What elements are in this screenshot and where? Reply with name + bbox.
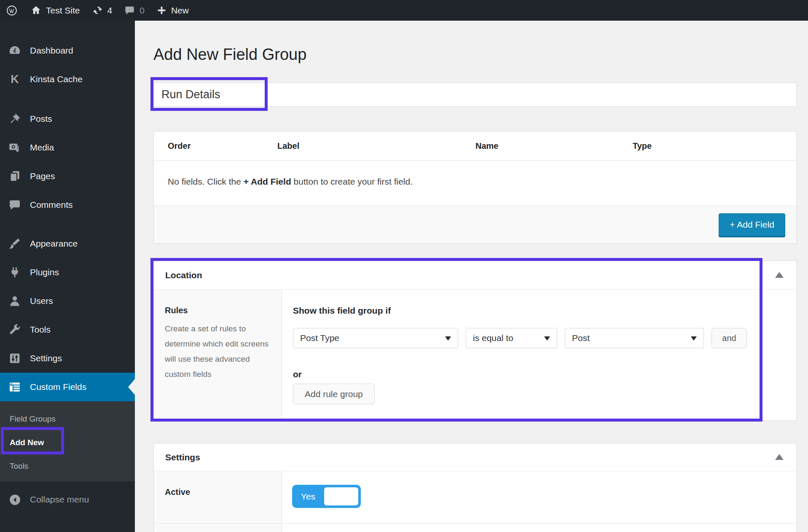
admin-bar: Test Site 4 0 New — [0, 0, 808, 21]
fields-table-header: Order Label Name Type — [154, 132, 796, 161]
rule-row: Post Type is equal to Post and — [293, 328, 796, 348]
settings-next-row — [154, 523, 796, 532]
location-body: Rules Create a set of rules to determine… — [154, 290, 796, 420]
sidebar-item-label: Posts — [30, 114, 52, 124]
paintbrush-icon — [7, 236, 22, 251]
sidebar-item-label: Comments — [30, 200, 73, 210]
submenu-item-tools[interactable]: Tools — [0, 454, 135, 478]
active-label-column: Active — [154, 471, 282, 523]
plus-icon — [156, 5, 167, 16]
field-group-title-input[interactable] — [153, 83, 797, 107]
column-header-type: Type — [633, 141, 796, 151]
page-title: Add New Field Group — [153, 44, 797, 64]
settings-next-row-label-column — [154, 524, 282, 532]
column-header-name: Name — [475, 141, 633, 151]
custom-fields-table-icon — [7, 379, 22, 395]
settings-next-row-content — [282, 524, 796, 532]
rule-value-value: Post — [572, 333, 590, 343]
updates-icon — [92, 5, 103, 16]
main-content: Add New Field Group Order Label Name Typ… — [135, 21, 808, 532]
settings-metabox: Settings Active Yes — [153, 443, 797, 532]
and-button[interactable]: and — [711, 328, 747, 348]
plug-icon — [7, 265, 22, 280]
sidebar-item-label: Users — [30, 296, 53, 306]
location-rules-column: Rules Create a set of rules to determine… — [154, 290, 282, 420]
sidebar-item-label: Kinsta Cache — [30, 74, 83, 84]
field-group-title-wrap — [153, 83, 797, 107]
no-fields-text: button to create your first field. — [291, 177, 413, 186]
location-header: Location — [154, 261, 796, 290]
rule-operator-value: is equal to — [473, 333, 513, 343]
collapse-panel-arrow-icon[interactable] — [775, 272, 784, 278]
collapse-menu-label: Collapse menu — [30, 494, 89, 505]
collapse-panel-arrow-icon[interactable] — [775, 454, 784, 460]
column-header-order: Order — [154, 141, 277, 151]
toggle-on-label: Yes — [292, 492, 324, 502]
admin-bar-new[interactable]: New — [150, 0, 195, 21]
admin-sidebar: Dashboard K Kinsta Cache Posts Media Pag… — [0, 21, 135, 532]
settings-title: Settings — [165, 452, 200, 462]
submenu-item-add-new[interactable]: Add New — [0, 431, 135, 454]
no-fields-message: No fields. Click the + Add Field button … — [154, 161, 796, 206]
sidebar-item-pages[interactable]: Pages — [0, 162, 135, 191]
sidebar-item-tools[interactable]: Tools — [0, 315, 135, 344]
admin-bar-site-menu[interactable]: Test Site — [24, 0, 86, 21]
add-field-button[interactable]: + Add Field — [719, 213, 785, 236]
active-toggle-column: Yes — [282, 471, 796, 523]
submenu-item-field-groups[interactable]: Field Groups — [0, 407, 135, 431]
comment-bubble-icon — [124, 5, 135, 16]
comment-bubble-icon — [7, 197, 22, 212]
location-title: Location — [165, 270, 202, 280]
fields-table-footer: + Add Field — [154, 206, 796, 243]
camera-media-icon — [7, 140, 22, 155]
sidebar-item-custom-fields[interactable]: Custom Fields — [0, 373, 135, 401]
submenu-item-label: Field Groups — [10, 414, 56, 424]
show-if-label: Show this field group if — [293, 306, 796, 316]
sidebar-item-kinsta-cache[interactable]: K Kinsta Cache — [0, 65, 135, 94]
active-toggle[interactable]: Yes — [292, 485, 361, 508]
home-icon — [30, 5, 42, 16]
site-name: Test Site — [46, 5, 80, 16]
sidebar-item-label: Plugins — [30, 267, 59, 277]
rule-value-select[interactable]: Post — [565, 328, 704, 348]
no-fields-bold: + Add Field — [244, 177, 291, 186]
location-rules-editor: Show this field group if Post Type is eq… — [282, 290, 796, 420]
dashboard-gauge-icon — [7, 43, 22, 58]
wordpress-logo-menu[interactable] — [0, 0, 24, 21]
admin-bar-comments[interactable]: 0 — [118, 0, 150, 21]
fields-table: Order Label Name Type No fields. Click t… — [153, 131, 797, 244]
sidebar-item-settings[interactable]: Settings — [0, 344, 135, 373]
rule-param-select[interactable]: Post Type — [293, 328, 458, 348]
sidebar-item-dashboard[interactable]: Dashboard — [0, 36, 135, 65]
sidebar-item-comments[interactable]: Comments — [0, 191, 135, 219]
add-rule-group-button[interactable]: Add rule group — [293, 384, 375, 404]
updates-count: 4 — [107, 5, 113, 16]
comments-count: 0 — [140, 5, 145, 16]
location-metabox: Location Rules Create a set of rules to … — [153, 261, 797, 421]
sidebar-item-label: Settings — [30, 353, 62, 363]
user-icon — [7, 293, 22, 309]
sidebar-item-appearance[interactable]: Appearance — [0, 229, 135, 258]
custom-fields-submenu: Field Groups Add New Tools — [0, 401, 135, 481]
collapse-arrow-icon — [7, 492, 22, 507]
admin-bar-updates[interactable]: 4 — [86, 0, 118, 21]
settings-header: Settings — [154, 443, 796, 471]
sidebar-item-media[interactable]: Media — [0, 133, 135, 162]
rule-param-value: Post Type — [300, 333, 339, 343]
wordpress-logo-icon — [6, 5, 18, 16]
rule-operator-select[interactable]: is equal to — [466, 328, 557, 348]
sidebar-item-users[interactable]: Users — [0, 287, 135, 315]
new-label: New — [171, 5, 189, 16]
collapse-menu-button[interactable]: Collapse menu — [0, 488, 135, 511]
sidebar-item-label: Appearance — [30, 239, 78, 249]
toggle-knob — [324, 487, 358, 505]
sidebar-item-label: Pages — [30, 171, 55, 181]
rules-label: Rules — [165, 306, 271, 315]
sidebar-item-posts[interactable]: Posts — [0, 105, 135, 133]
sidebar-item-label: Media — [30, 142, 54, 153]
rules-description: Create a set of rules to determine which… — [165, 321, 271, 382]
or-label: or — [293, 369, 796, 379]
sidebar-item-label: Dashboard — [30, 46, 73, 56]
column-header-label: Label — [277, 141, 475, 151]
sidebar-item-plugins[interactable]: Plugins — [0, 258, 135, 287]
